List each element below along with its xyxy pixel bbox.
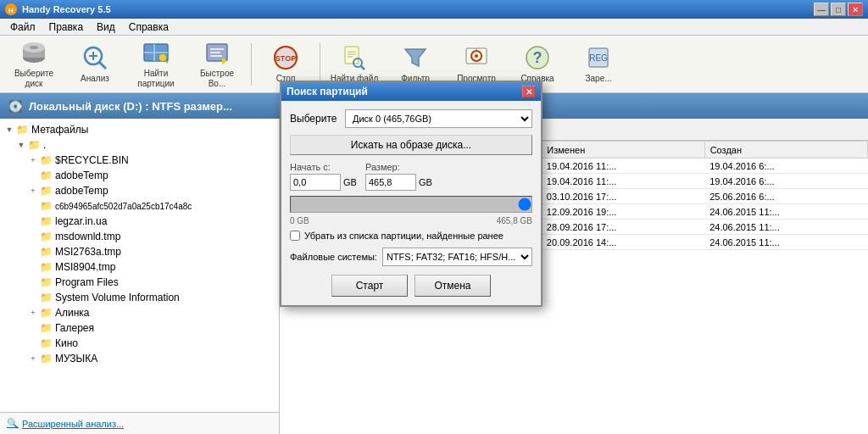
tree-toggle xyxy=(27,339,39,348)
stop-icon: STOP xyxy=(272,44,299,71)
svg-point-32 xyxy=(475,54,478,58)
tree-item[interactable]: 📁 c6b94965afc502d7a0a25cb17c4a8c xyxy=(0,198,279,214)
left-panel: ▼ 📁 Метафайлы ▼ 📁 . + 📁 $RECYCLE.BIN 📁 a… xyxy=(0,119,280,434)
reg-icon: REG xyxy=(585,44,612,71)
toolbar-find-part-label: Найти партиции xyxy=(130,69,182,89)
search-image-button[interactable]: Искать на образе диска... xyxy=(290,135,532,155)
fs-select[interactable]: NTFS; FAT32; FAT16; HFS/H... xyxy=(382,248,532,266)
menu-file[interactable]: Файл xyxy=(3,19,42,35)
tree-toggle xyxy=(27,278,39,287)
menu-help[interactable]: Справка xyxy=(122,19,175,35)
start-button[interactable]: Старт xyxy=(331,275,408,297)
tree-item[interactable]: + 📁 adobeTemp xyxy=(0,183,279,198)
tree-item[interactable]: 📁 msdownld.tmp xyxy=(0,229,279,244)
tree-toggle xyxy=(27,248,39,256)
cell-created: 19.04.2016 6:... xyxy=(704,174,867,189)
tree-label: legzar.in.ua xyxy=(55,215,107,227)
tree-item[interactable]: 📁 System Volume Information xyxy=(0,290,279,305)
tree-item[interactable]: 📁 MSI8904.tmp xyxy=(0,259,279,275)
title-bar-left: H Handy Recovery 5.5 xyxy=(5,3,111,15)
quick-icon xyxy=(203,39,231,66)
tree-toggle[interactable]: + xyxy=(27,309,39,317)
size-input[interactable] xyxy=(365,174,416,191)
minimize-button[interactable]: — xyxy=(814,3,829,16)
tree-item[interactable]: ▼ 📁 Метафайлы xyxy=(0,122,279,137)
tree-toggle xyxy=(27,293,39,302)
size-inputs: GB xyxy=(365,174,432,191)
svg-text:H: H xyxy=(8,7,14,14)
tree-toggle xyxy=(27,171,39,180)
tree-label: MSI8904.tmp xyxy=(55,261,115,273)
menu-bar: Файл Правка Вид Справка xyxy=(0,19,868,36)
disk-select[interactable]: Диск 0 (465,76GB) xyxy=(345,109,532,128)
tree-item[interactable]: 📁 legzar.in.ua xyxy=(0,214,279,229)
tree-toggle xyxy=(27,263,39,271)
size-unit: GB xyxy=(419,177,432,187)
toolbar-select-disk[interactable]: Выберите диск xyxy=(5,39,63,90)
svg-text:?: ? xyxy=(533,49,542,66)
tree-toggle[interactable]: ▼ xyxy=(3,125,15,134)
toolbar-find-partitions[interactable]: Найти партиции xyxy=(127,39,185,90)
tree-item[interactable]: 📁 Program Files xyxy=(0,275,279,290)
tree-toggle[interactable]: ▼ xyxy=(15,141,27,149)
find-partitions-dialog: Поиск партиций ✕ Выберите Диск 0 (465,76… xyxy=(280,81,542,307)
svg-line-28 xyxy=(361,66,364,70)
col-modified[interactable]: Изменен xyxy=(542,142,704,159)
filter-icon xyxy=(402,44,429,71)
slider-min-label: 0 GB xyxy=(290,216,309,225)
tree-item[interactable]: + 📁 Алинка xyxy=(0,305,279,320)
tree-toggle[interactable]: + xyxy=(27,354,39,363)
tree-item[interactable]: 📁 Кино xyxy=(0,336,279,351)
tree-toggle xyxy=(27,202,39,210)
cancel-button[interactable]: Отмена xyxy=(415,275,491,297)
folder-icon: 📁 xyxy=(39,154,53,166)
toolbar-register[interactable]: REG Заре... xyxy=(570,39,627,90)
tree-item[interactable]: + 📁 МУЗЫКА xyxy=(0,351,279,366)
title-bar-controls: — □ ✕ xyxy=(814,3,863,16)
tree-item[interactable]: ▼ 📁 . xyxy=(0,137,279,153)
tree-area[interactable]: ▼ 📁 Метафайлы ▼ 📁 . + 📁 $RECYCLE.BIN 📁 a… xyxy=(0,119,279,412)
analysis-link[interactable]: 🔍 Расширенный анализ... xyxy=(7,418,124,429)
menu-edit[interactable]: Правка xyxy=(42,19,91,35)
svg-text:REG: REG xyxy=(589,53,608,63)
cell-modified: 12.09.2016 19:... xyxy=(542,204,704,220)
tree-item[interactable]: 📁 Галерея xyxy=(0,320,279,336)
folder-icon: 📁 xyxy=(39,337,53,349)
disk-bar-icon: 💽 xyxy=(8,100,22,113)
tree-label: . xyxy=(43,139,46,151)
find-part-icon xyxy=(142,39,170,66)
toolbar-quick[interactable]: Быстрое Во... xyxy=(188,39,246,90)
folder-icon: 📁 xyxy=(39,353,53,364)
maximize-button[interactable]: □ xyxy=(831,3,846,16)
tree-label: MSI2763a.tmp xyxy=(55,246,121,258)
tree-label: System Volume Information xyxy=(55,292,180,303)
tree-item[interactable]: + 📁 $RECYCLE.BIN xyxy=(0,153,279,168)
toolbar-sep-1 xyxy=(251,43,252,86)
tree-toggle[interactable]: + xyxy=(27,186,39,195)
tree-toggle[interactable]: + xyxy=(27,156,39,164)
menu-view[interactable]: Вид xyxy=(90,19,122,35)
toolbar-analyze[interactable]: Анализ xyxy=(66,39,124,90)
tree-item[interactable]: 📁 adobeTemp xyxy=(0,168,279,183)
start-label: Начать с: xyxy=(290,162,357,172)
svg-point-5 xyxy=(30,46,38,49)
toolbar-analyze-label: Анализ xyxy=(81,74,109,84)
tree-item[interactable]: 📁 MSI2763a.tmp xyxy=(0,244,279,259)
range-slider[interactable] xyxy=(290,196,532,213)
dialog-buttons: Старт Отмена xyxy=(290,275,532,297)
size-field: Размер: GB xyxy=(365,162,432,191)
folder-icon: 📁 xyxy=(39,246,53,258)
slider-labels: 0 GB 465,8 GB xyxy=(290,216,532,225)
slider-max-label: 465,8 GB xyxy=(497,216,532,225)
tree-label: Program Files xyxy=(55,276,119,288)
col-created[interactable]: Создан xyxy=(704,142,867,159)
fs-label: Файловые системы: xyxy=(290,252,377,262)
dialog-title: Поиск партиций xyxy=(287,86,368,97)
panel-footer: 🔍 Расширенный анализ... xyxy=(0,412,279,434)
exclude-found-checkbox[interactable] xyxy=(290,231,300,241)
cell-created: 24.06.2015 11:... xyxy=(704,204,867,220)
dialog-close-button[interactable]: ✕ xyxy=(522,86,536,97)
close-button[interactable]: ✕ xyxy=(848,3,863,16)
start-input[interactable] xyxy=(290,174,341,191)
start-field: Начать с: GB xyxy=(290,162,357,191)
